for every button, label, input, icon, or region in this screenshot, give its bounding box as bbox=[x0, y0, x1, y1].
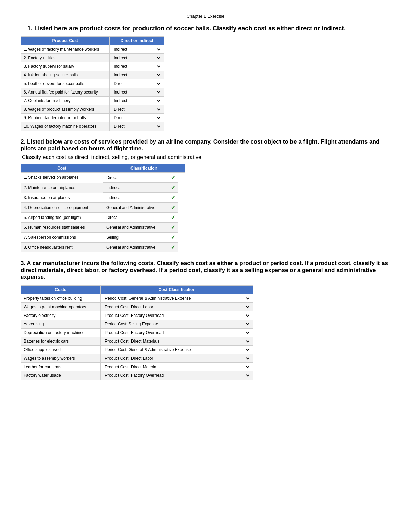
q1-row-cost-8: 9. Rubber bladder interior for balls bbox=[21, 114, 110, 122]
q3-select-3[interactable]: Period Cost: General & Administrative Ex… bbox=[103, 321, 250, 327]
q1-select-5[interactable]: DirectIndirect bbox=[112, 89, 161, 95]
q1-row-cost-4: 5. Leather covers for soccer balls bbox=[21, 79, 110, 88]
q1-row-cost-7: 8. Wages of product assembly workers bbox=[21, 105, 110, 114]
q2-row-classification-4: Direct✔ bbox=[103, 212, 178, 222]
q2-row-classification-1: Indirect✔ bbox=[103, 183, 178, 193]
q3-row-classification-8[interactable]: Period Cost: General & Administrative Ex… bbox=[101, 362, 253, 371]
q3-row-cost-1: Wages to paint machine operators bbox=[21, 302, 101, 311]
question-1-table: Product Cost Direct or Indirect 1. Wages… bbox=[21, 36, 164, 131]
q1-select-8[interactable]: DirectIndirect bbox=[112, 115, 161, 121]
q1-select-0[interactable]: DirectIndirect bbox=[112, 47, 161, 52]
q3-select-8[interactable]: Period Cost: General & Administrative Ex… bbox=[103, 364, 250, 370]
q1-row-classification-4[interactable]: DirectIndirect bbox=[110, 79, 164, 88]
q2-classification-text-5: General and Administrative bbox=[106, 225, 155, 230]
q3-row-cost-6: Office supplies used bbox=[21, 345, 101, 354]
q1-row-cost-6: 7. Coolants for machinery bbox=[21, 97, 110, 105]
q3-row-classification-5[interactable]: Period Cost: General & Administrative Ex… bbox=[101, 337, 253, 345]
q3-row-cost-8: Leather for car seats bbox=[21, 362, 101, 371]
q1-row-classification-9[interactable]: DirectIndirect bbox=[110, 122, 164, 131]
q1-select-2[interactable]: DirectIndirect bbox=[112, 64, 161, 69]
q2-row-classification-5: General and Administrative✔ bbox=[103, 222, 178, 232]
question-2-section: 2. Listed below are costs of services pr… bbox=[21, 138, 390, 252]
q3-select-7[interactable]: Period Cost: General & Administrative Ex… bbox=[103, 356, 250, 361]
question-2-heading: 2. Listed below are costs of services pr… bbox=[21, 138, 390, 152]
q3-select-5[interactable]: Period Cost: General & Administrative Ex… bbox=[103, 338, 250, 344]
q3-row-classification-0[interactable]: Period Cost: General & Administrative Ex… bbox=[101, 294, 253, 302]
question-2-table: Cost Classification 1. Snacks served on … bbox=[21, 164, 185, 252]
q1-row-classification-6[interactable]: DirectIndirect bbox=[110, 97, 164, 105]
q1-select-4[interactable]: DirectIndirect bbox=[112, 81, 161, 86]
question-1-section: 1. Listed here are product costs for pro… bbox=[21, 25, 390, 131]
q2-row-classification-7: General and Administrative✔ bbox=[103, 242, 178, 252]
q2-row-cost-6: 7. Salesperson commissions bbox=[21, 232, 103, 242]
question-1-heading: 1. Listed here are product costs for pro… bbox=[21, 25, 390, 32]
q1-row-cost-5: 6. Annual flat fee paid for factory secu… bbox=[21, 88, 110, 97]
q1-select-3[interactable]: DirectIndirect bbox=[112, 72, 161, 78]
q1-row-classification-5[interactable]: DirectIndirect bbox=[110, 88, 164, 97]
q3-row-cost-2: Factory electricity bbox=[21, 311, 101, 320]
q1-select-6[interactable]: DirectIndirect bbox=[112, 98, 161, 103]
question-3-heading: 3. A car manufacturer incurs the followi… bbox=[21, 260, 390, 281]
q3-row-classification-6[interactable]: Period Cost: General & Administrative Ex… bbox=[101, 345, 253, 354]
q2-checkmark-4: ✔ bbox=[171, 214, 175, 221]
q1-select-7[interactable]: DirectIndirect bbox=[112, 107, 161, 112]
q1-row-classification-3[interactable]: DirectIndirect bbox=[110, 71, 164, 79]
q2-row-cost-1: 2. Maintenance on airplanes bbox=[21, 183, 103, 193]
q1-row-classification-2[interactable]: DirectIndirect bbox=[110, 62, 164, 71]
q2-row-classification-0: Direct✔ bbox=[103, 173, 178, 183]
q3-row-classification-9[interactable]: Period Cost: General & Administrative Ex… bbox=[101, 371, 253, 380]
q2-classification-text-6: Selling bbox=[106, 235, 119, 240]
q1-select-9[interactable]: DirectIndirect bbox=[112, 124, 161, 129]
q3-select-0[interactable]: Period Cost: General & Administrative Ex… bbox=[103, 296, 250, 301]
q1-row-classification-7[interactable]: DirectIndirect bbox=[110, 105, 164, 114]
question-3-section: 3. A car manufacturer incurs the followi… bbox=[21, 260, 390, 380]
q2-classification-text-7: General and Administrative bbox=[106, 245, 155, 250]
q2-classification-text-3: General and Administrative bbox=[106, 205, 155, 210]
q2-row-cost-5: 6. Human resources staff salaries bbox=[21, 222, 103, 232]
q1-row-classification-0[interactable]: DirectIndirect bbox=[110, 45, 164, 54]
q1-row-classification-8[interactable]: DirectIndirect bbox=[110, 114, 164, 122]
q2-row-cost-3: 4. Depreciation on office equipment bbox=[21, 202, 103, 212]
q1-col1-header: Product Cost bbox=[21, 37, 110, 45]
q2-checkmark-1: ✔ bbox=[171, 184, 175, 191]
q1-row-cost-1: 2. Factory utilities bbox=[21, 54, 110, 62]
question-2-sub: Classify each cost as direct, indirect, … bbox=[21, 154, 390, 160]
q3-select-1[interactable]: Period Cost: General & Administrative Ex… bbox=[103, 304, 250, 310]
q2-classification-text-4: Direct bbox=[106, 215, 117, 220]
q3-row-cost-9: Factory water usage bbox=[21, 371, 101, 380]
q2-row-cost-7: 8. Office headquarters rent bbox=[21, 242, 103, 252]
q2-col1-header: Cost bbox=[21, 164, 103, 173]
page-title: Chapter 1 Exercise bbox=[21, 14, 390, 19]
q3-row-classification-7[interactable]: Period Cost: General & Administrative Ex… bbox=[101, 354, 253, 362]
q3-row-cost-0: Property taxes on office building bbox=[21, 294, 101, 302]
q2-checkmark-3: ✔ bbox=[171, 204, 175, 211]
q2-checkmark-5: ✔ bbox=[171, 224, 175, 231]
q2-row-classification-2: Indirect✔ bbox=[103, 193, 178, 202]
q1-row-cost-9: 10. Wages of factory machine operators bbox=[21, 122, 110, 131]
q2-row-classification-6: Selling✔ bbox=[103, 232, 178, 242]
q2-checkmark-6: ✔ bbox=[171, 234, 175, 240]
q2-classification-text-2: Indirect bbox=[106, 195, 120, 200]
q3-row-cost-3: Advertising bbox=[21, 320, 101, 328]
q1-select-1[interactable]: DirectIndirect bbox=[112, 55, 161, 61]
q2-col2-header: Classification bbox=[103, 164, 185, 173]
q3-select-6[interactable]: Period Cost: General & Administrative Ex… bbox=[103, 347, 250, 352]
q1-row-classification-1[interactable]: DirectIndirect bbox=[110, 54, 164, 62]
q3-col2-header: Cost Classification bbox=[101, 285, 253, 294]
q1-col2-header: Direct or Indirect bbox=[110, 37, 164, 45]
q2-checkmark-2: ✔ bbox=[171, 194, 175, 201]
q3-select-4[interactable]: Period Cost: General & Administrative Ex… bbox=[103, 330, 250, 335]
q3-row-classification-4[interactable]: Period Cost: General & Administrative Ex… bbox=[101, 328, 253, 337]
q3-col1-header: Costs bbox=[21, 285, 101, 294]
q1-row-cost-3: 4. Ink for labeling soccer balls bbox=[21, 71, 110, 79]
q3-select-9[interactable]: Period Cost: General & Administrative Ex… bbox=[103, 373, 250, 378]
q1-row-cost-2: 3. Factory supervisor salary bbox=[21, 62, 110, 71]
q3-row-classification-2[interactable]: Period Cost: General & Administrative Ex… bbox=[101, 311, 253, 320]
q2-row-cost-4: 5. Airport landing fee (per flight) bbox=[21, 212, 103, 222]
q3-row-classification-3[interactable]: Period Cost: General & Administrative Ex… bbox=[101, 320, 253, 328]
q2-row-cost-2: 3. Insurance on airplanes bbox=[21, 193, 103, 202]
q3-row-classification-1[interactable]: Period Cost: General & Administrative Ex… bbox=[101, 302, 253, 311]
q3-row-cost-4: Depreciation on factory machine bbox=[21, 328, 101, 337]
q2-row-classification-3: General and Administrative✔ bbox=[103, 202, 178, 212]
q3-select-2[interactable]: Period Cost: General & Administrative Ex… bbox=[103, 313, 250, 318]
